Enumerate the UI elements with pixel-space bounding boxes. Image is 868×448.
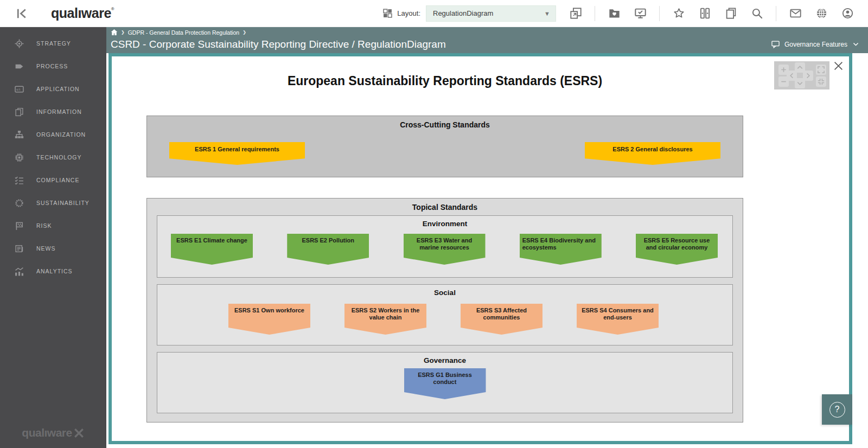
pan-down-button[interactable] bbox=[795, 78, 805, 88]
standard-shape[interactable]: ESRS E2 Pollution bbox=[287, 234, 369, 265]
breadcrumb-item[interactable]: GDPR - General Data Protection Regulatio… bbox=[128, 29, 239, 36]
standard-shape[interactable]: ESRS E3 Water and marine resources bbox=[404, 234, 486, 265]
sidebar-item-sustainability[interactable]: SUSTAINABILITY bbox=[0, 191, 106, 214]
sidebar-item-label: SUSTAINABILITY bbox=[36, 200, 90, 206]
risk-icon bbox=[15, 221, 24, 231]
standard-shape[interactable]: ESRS 1 General requirements bbox=[169, 142, 305, 165]
standard-shape[interactable]: ESRS E5 Resource use and circular econom… bbox=[636, 234, 718, 265]
sidebar-item-information[interactable]: INFORMATION bbox=[0, 100, 106, 123]
standard-label: ESRS S4 Consumers and end-users bbox=[579, 307, 656, 321]
governance-features-label: Governance Features bbox=[784, 41, 847, 48]
sidebar: STRATEGYPROCESSc:\APPLICATIONINFORMATION… bbox=[0, 27, 106, 448]
sidebar-item-analytics[interactable]: ANALYTICS bbox=[0, 260, 106, 283]
search-icon bbox=[751, 8, 763, 19]
monitor-check-button[interactable] bbox=[633, 7, 647, 21]
qualiware-logo: qualıware® bbox=[51, 5, 114, 21]
cascade-windows-button[interactable] bbox=[569, 7, 583, 21]
toolbar-icons bbox=[563, 6, 860, 21]
globe-icon bbox=[816, 8, 827, 19]
section-governance: GovernanceESRS G1 Business conduct bbox=[157, 352, 733, 413]
sidebar-item-application[interactable]: c:\APPLICATION bbox=[0, 78, 106, 100]
layout-dropdown[interactable]: RegulationDiagram ▼ bbox=[426, 5, 556, 22]
footer-logo-x-icon bbox=[73, 427, 85, 439]
sidebar-collapse-icon[interactable] bbox=[15, 7, 28, 20]
diagram-title: European Sustainability Reporting Standa… bbox=[146, 74, 743, 88]
strategy-icon bbox=[15, 39, 24, 48]
sidebar-item-label: RISK bbox=[36, 222, 52, 229]
analytics-icon bbox=[15, 267, 24, 276]
sidebar-item-label: COMPLIANCE bbox=[36, 177, 79, 183]
technology-icon bbox=[15, 153, 24, 162]
breadcrumb-separator: ❯ bbox=[121, 30, 125, 35]
standard-shape[interactable]: ESRS E1 Climate change bbox=[171, 234, 253, 265]
sidebar-item-label: ORGANIZATION bbox=[36, 131, 86, 138]
sidebar-footer-logo: qualıware bbox=[0, 426, 106, 439]
page-title: CSRD - Corporate Sustainability Reportin… bbox=[111, 39, 771, 50]
section-social: SocialESRS S1 Own workforceESRS S2 Worke… bbox=[157, 284, 733, 345]
information-icon bbox=[15, 107, 24, 117]
cross-cutting-title: Cross-Cutting Standards bbox=[147, 116, 743, 129]
topical-standards-box: Topical Standards EnvironmentESRS E1 Cli… bbox=[146, 198, 743, 423]
governance-features-toggle[interactable]: Governance Features bbox=[771, 40, 859, 48]
copy-documents-button[interactable] bbox=[724, 7, 738, 21]
binders-button[interactable] bbox=[698, 7, 712, 21]
chevron-down-icon bbox=[852, 41, 859, 48]
section-title: Social bbox=[157, 285, 732, 297]
logo-text: qualıware bbox=[51, 5, 111, 21]
diagram-canvas: European Sustainability Reporting Standa… bbox=[108, 53, 852, 444]
standard-shape[interactable]: ESRS E4 Biodiversity and ecosystems bbox=[520, 234, 602, 265]
layout-group: Layout: RegulationDiagram ▼ bbox=[383, 5, 556, 22]
star-button[interactable] bbox=[672, 7, 686, 21]
favorites-folder-button[interactable] bbox=[607, 7, 621, 21]
sidebar-item-process[interactable]: PROCESS bbox=[0, 55, 106, 78]
home-icon[interactable] bbox=[111, 29, 118, 36]
standard-label: ESRS E1 Climate change bbox=[174, 237, 250, 244]
standard-shape[interactable]: ESRS 2 General disclosures bbox=[585, 142, 720, 165]
layout-dropdown-value: RegulationDiagram bbox=[433, 9, 493, 17]
sidebar-item-strategy[interactable]: STRATEGY bbox=[0, 32, 106, 55]
fullscreen-button[interactable] bbox=[816, 65, 826, 75]
standard-shape[interactable]: ESRS G1 Business conduct bbox=[404, 368, 486, 399]
favorites-folder-icon bbox=[609, 8, 620, 19]
standard-label: ESRS E5 Resource use and circular econom… bbox=[639, 237, 715, 251]
sidebar-item-news[interactable]: NEWS bbox=[0, 237, 106, 260]
cascade-windows-icon bbox=[570, 8, 582, 19]
standard-shape[interactable]: ESRS S4 Consumers and end-users bbox=[577, 304, 659, 335]
standard-label: ESRS S2 Workers in the value chain bbox=[347, 307, 424, 321]
globe-button[interactable] bbox=[814, 7, 828, 21]
process-icon bbox=[15, 62, 24, 71]
sidebar-item-risk[interactable]: RISK bbox=[0, 214, 106, 237]
layout-label: Layout: bbox=[397, 9, 420, 17]
footer-logo-text: qualıware bbox=[22, 426, 72, 439]
close-icon[interactable] bbox=[834, 61, 843, 71]
search-button[interactable] bbox=[750, 7, 764, 21]
standard-shape[interactable]: ESRS S1 Own workforce bbox=[228, 304, 310, 335]
user-account-icon bbox=[842, 8, 853, 19]
standard-label: ESRS 1 General requirements bbox=[172, 146, 302, 153]
standard-shape[interactable]: ESRS S2 Workers in the value chain bbox=[344, 304, 426, 335]
speech-bubble-icon bbox=[771, 40, 780, 48]
mail-button[interactable] bbox=[788, 7, 802, 21]
help-button[interactable]: ? bbox=[822, 394, 852, 425]
sidebar-item-label: NEWS bbox=[36, 245, 56, 252]
sidebar-item-label: INFORMATION bbox=[36, 108, 82, 115]
mail-icon bbox=[790, 8, 801, 19]
standard-shape[interactable]: ESRS S3 Affected communities bbox=[461, 304, 542, 335]
binders-icon bbox=[699, 8, 711, 19]
standard-label: ESRS 2 General disclosures bbox=[588, 146, 718, 153]
question-mark-icon: ? bbox=[829, 402, 845, 418]
main-area: ❯ GDPR - General Data Protection Regulat… bbox=[106, 27, 868, 448]
diagram-nav-widget bbox=[774, 61, 829, 89]
user-account-button[interactable] bbox=[840, 7, 854, 21]
title-bar: CSRD - Corporate Sustainability Reportin… bbox=[106, 37, 868, 53]
sidebar-item-technology[interactable]: TECHNOLOGY bbox=[0, 146, 106, 169]
toolbar-divider bbox=[595, 6, 595, 21]
sidebar-item-compliance[interactable]: COMPLIANCE bbox=[0, 169, 106, 191]
standard-label: ESRS E2 Pollution bbox=[290, 237, 366, 244]
sustainability-icon bbox=[15, 199, 24, 208]
cross-cutting-box: Cross-Cutting Standards ESRS 1 General r… bbox=[146, 116, 743, 177]
sidebar-item-organization[interactable]: ORGANIZATION bbox=[0, 123, 106, 146]
news-icon bbox=[15, 244, 24, 253]
fit-view-button[interactable] bbox=[816, 76, 826, 87]
layout-grid-icon bbox=[383, 9, 392, 18]
